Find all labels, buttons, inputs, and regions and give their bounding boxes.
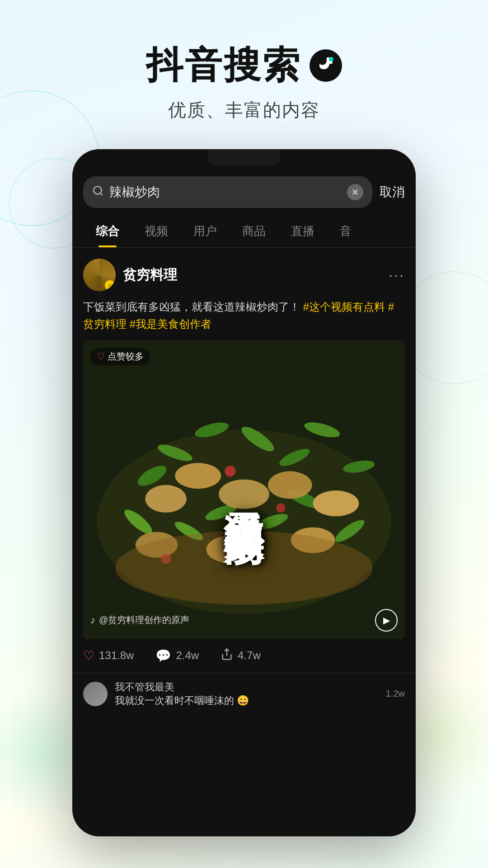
commenter-name: 我不管我最美 (115, 680, 379, 694)
search-clear-button[interactable] (347, 184, 363, 200)
post-text-main: 下饭菜到底有多凶猛，就看这道辣椒炒肉了！ (83, 301, 303, 313)
phone-content: 辣椒炒肉 取消 综合 视频 用户 商品 直播 音 (72, 149, 416, 836)
post-user[interactable]: ✓ 贫穷料理 (83, 259, 177, 291)
header: 抖音搜索 优质、丰富的内容 (0, 0, 488, 123)
tab-用户[interactable]: 用户 (181, 215, 230, 247)
play-button[interactable]: ▶ (375, 609, 398, 632)
verified-badge: ✓ (105, 280, 115, 290)
post-header: ✓ 贫穷料理 ··· (83, 259, 405, 291)
hashtag-1[interactable]: #这个视频有点料 (303, 301, 388, 313)
tab-综合[interactable]: 综合 (83, 215, 132, 247)
like-label-text: 点赞较多 (108, 350, 144, 363)
tiktok-logo-icon (310, 49, 342, 82)
commenter-avatar (83, 682, 108, 706)
like-stat[interactable]: ♡ 131.8w (83, 648, 134, 664)
like-icon: ♡ (83, 648, 94, 663)
tabs-row: 综合 视频 用户 商品 直播 音 (72, 215, 416, 248)
phone-mockup: 辣椒炒肉 取消 综合 视频 用户 商品 直播 音 (72, 149, 416, 836)
phone-frame: 辣椒炒肉 取消 综合 视频 用户 商品 直播 音 (72, 149, 416, 836)
share-count: 4.7w (238, 649, 261, 662)
more-options-button[interactable]: ··· (389, 267, 405, 283)
phone-notch (208, 149, 280, 165)
comment-icon: 💬 (155, 648, 171, 663)
search-icon (92, 185, 104, 199)
video-thumbnail[interactable]: 勇猛辣椒炒肉 ♡ 点赞较多 ♪ @贫穷料理创作的原声 ▶ (83, 340, 405, 639)
video-like-label: ♡ 点赞较多 (90, 348, 150, 365)
share-icon (221, 648, 233, 664)
search-input-value: 辣椒炒肉 (109, 184, 342, 201)
like-count: 131.8w (99, 649, 134, 662)
svg-point-1 (94, 186, 101, 194)
stats-row: ♡ 131.8w 💬 2.4w 4.7w (72, 639, 416, 673)
comment-text-area: 我不管我最美 我就没一次看时不咽唾沫的 😄 (115, 680, 379, 708)
app-title: 抖音搜索 (146, 41, 301, 90)
comment-count: 2.4w (176, 649, 199, 662)
heart-icon: ♡ (97, 351, 105, 362)
video-calligraphy-text: 勇猛辣椒炒肉 (217, 481, 271, 498)
video-sound-info: ♪ @贫穷料理创作的原声 (90, 614, 189, 626)
tiktok-note-icon: ♪ (90, 614, 95, 626)
food-image: 勇猛辣椒炒肉 (83, 340, 405, 639)
username: 贫穷料理 (123, 266, 177, 284)
comment-stat[interactable]: 💬 2.4w (155, 648, 199, 664)
sound-text: @贫穷料理创作的原声 (99, 614, 189, 626)
post-card: ✓ 贫穷料理 ··· 下饭菜到底有多凶猛，就看这道辣椒炒肉了！ #这个视频有点料… (72, 248, 416, 639)
video-bottom-bar: ♪ @贫穷料理创作的原声 ▶ (90, 609, 398, 632)
svg-point-0 (329, 57, 333, 61)
tab-视频[interactable]: 视频 (132, 215, 181, 247)
header-title-container: 抖音搜索 (0, 41, 488, 90)
comment-like-count: 1.2w (386, 689, 405, 699)
post-description: 下饭菜到底有多凶猛，就看这道辣椒炒肉了！ #这个视频有点料 #贫穷料理 #我是美… (83, 298, 405, 333)
tab-商品[interactable]: 商品 (230, 215, 278, 247)
comment-content: 我就没一次看时不咽唾沫的 😄 (115, 694, 379, 708)
header-subtitle: 优质、丰富的内容 (0, 98, 488, 123)
comment-preview[interactable]: 我不管我最美 我就没一次看时不咽唾沫的 😄 1.2w (72, 673, 416, 715)
hashtag-3[interactable]: #我是美食创作者 (130, 318, 211, 330)
tab-音[interactable]: 音 (327, 215, 364, 247)
share-stat[interactable]: 4.7w (221, 648, 261, 664)
comment-emoji: 😄 (237, 695, 249, 707)
svg-line-2 (100, 193, 103, 195)
tab-直播[interactable]: 直播 (278, 215, 327, 247)
search-box[interactable]: 辣椒炒肉 (83, 176, 372, 208)
cancel-button[interactable]: 取消 (380, 184, 405, 201)
avatar: ✓ (83, 259, 116, 291)
